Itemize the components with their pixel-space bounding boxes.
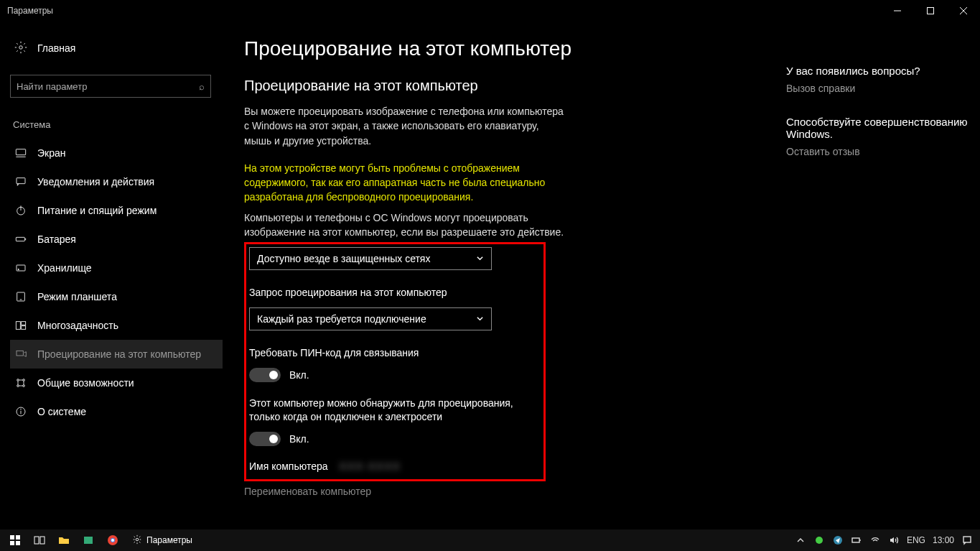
description: Вы можете проецировать изображение с тел…: [244, 104, 567, 148]
multitask-icon: [14, 320, 27, 331]
sidebar-item-label: Режим планшета: [37, 291, 117, 302]
plugged-label: Этот компьютер можно обнаружить для прое…: [249, 397, 536, 425]
svg-rect-5: [16, 149, 25, 155]
tray-telegram-icon[interactable]: [832, 534, 844, 546]
explorer-button[interactable]: [52, 529, 76, 551]
maximize-button[interactable]: [914, 0, 947, 22]
help-link[interactable]: Вызов справки: [786, 83, 973, 94]
sidebar-item-storage[interactable]: Хранилище: [10, 254, 223, 282]
tray-volume-icon[interactable]: [888, 534, 900, 546]
search-input-container[interactable]: ⌕: [10, 75, 211, 98]
ask-label: Запрос проецирования на этот компьютер: [249, 286, 536, 300]
search-input[interactable]: [17, 81, 199, 92]
taskbar: Параметры ENG 13:00: [0, 529, 980, 551]
sidebar-item-label: Питание и спящий режим: [37, 205, 157, 216]
svg-point-4: [19, 45, 23, 49]
section-title: Проецирование на этот компьютер: [244, 78, 772, 94]
titlebar: Параметры: [0, 0, 980, 22]
tray-chevron-up-icon[interactable]: [795, 534, 806, 546]
svg-rect-32: [16, 535, 20, 540]
taskbar-app-settings[interactable]: Параметры: [125, 529, 200, 551]
svg-rect-35: [34, 537, 39, 544]
taskbar-app-label: Параметры: [146, 535, 192, 545]
pin-label: Требовать ПИН-код для связывания: [249, 346, 536, 361]
battery-icon: [14, 233, 27, 245]
main-content: Проецирование на этот компьютер Проециро…: [223, 22, 786, 529]
tray-status-icon[interactable]: [813, 534, 825, 546]
sidebar-item-tablet[interactable]: Режим планшета: [10, 282, 223, 311]
tray-battery-icon[interactable]: [851, 534, 862, 546]
svg-rect-34: [16, 541, 20, 545]
tray-language[interactable]: ENG: [907, 535, 925, 545]
pc-name-label: Имя компьютера: [249, 460, 328, 472]
svg-rect-7: [17, 178, 25, 184]
sidebar-item-notifications[interactable]: Уведомления и действия: [10, 167, 223, 196]
minimize-button[interactable]: [881, 0, 914, 22]
sidebar-item-label: Экран: [37, 147, 66, 159]
sidebar-item-battery[interactable]: Батарея: [10, 225, 223, 254]
sidebar-item-multitask[interactable]: Многозадачность: [10, 311, 223, 340]
pin-toggle[interactable]: [249, 368, 281, 382]
project-icon: [14, 348, 27, 360]
page-title: Проецирование на этот компьютер: [244, 37, 772, 60]
sidebar-item-label: Проецирование на этот компьютер: [37, 348, 201, 360]
start-button[interactable]: [3, 529, 27, 551]
plugged-toggle-state: Вкл.: [289, 433, 309, 445]
svg-point-42: [816, 537, 823, 544]
svg-rect-36: [40, 537, 45, 544]
storage-icon: [14, 262, 27, 274]
svg-point-13: [18, 269, 19, 269]
svg-rect-16: [16, 322, 20, 330]
group-label: Система: [10, 119, 223, 130]
svg-rect-44: [852, 538, 859, 542]
svg-rect-37: [84, 537, 93, 544]
power-icon: [14, 205, 27, 216]
close-button[interactable]: [947, 0, 980, 22]
tray-action-center-icon[interactable]: [961, 534, 973, 546]
availability-dropdown[interactable]: Доступно везде в защищенных сетях: [249, 247, 492, 270]
sidebar-item-about[interactable]: О системе: [10, 397, 223, 426]
feedback-title: Способствуйте совершенствованию Windows.: [786, 116, 973, 140]
svg-rect-19: [17, 351, 23, 356]
titlebar-title: Параметры: [7, 6, 881, 16]
pin-toggle-state: Вкл.: [289, 369, 309, 381]
chat-icon: [14, 176, 27, 187]
svg-rect-31: [10, 535, 14, 540]
sidebar-item-label: Батарея: [37, 233, 76, 245]
sidebar-item-label: Многозадачность: [37, 320, 118, 331]
info-icon: [14, 406, 27, 417]
sidebar-item-display[interactable]: Экран: [10, 139, 223, 167]
chevron-down-icon: [476, 253, 484, 264]
svg-point-20: [17, 379, 19, 381]
svg-rect-12: [17, 265, 25, 271]
feedback-link[interactable]: Оставить отзыв: [786, 146, 973, 157]
right-column: У вас появились вопросы? Вызов справки С…: [786, 22, 980, 529]
taskview-button[interactable]: [27, 529, 52, 551]
chrome-button[interactable]: [101, 529, 125, 551]
rename-pc-link[interactable]: Переименовать компьютер: [244, 486, 772, 497]
svg-point-23: [23, 385, 25, 387]
gear-icon: [14, 41, 27, 56]
sidebar-item-shared[interactable]: Общие возможности: [10, 369, 223, 397]
sidebar-item-projecting[interactable]: Проецирование на этот компьютер: [10, 340, 223, 369]
tray-wifi-icon[interactable]: [869, 534, 881, 546]
shared-icon: [14, 377, 27, 389]
plugged-toggle[interactable]: [249, 432, 281, 446]
sidebar-item-label: О системе: [37, 406, 86, 417]
search-icon: ⌕: [199, 81, 205, 92]
app-button-1[interactable]: [76, 529, 101, 551]
svg-rect-33: [10, 541, 14, 545]
sidebar-item-label: Уведомления и действия: [37, 176, 154, 187]
svg-rect-1: [928, 8, 934, 14]
svg-point-40: [111, 539, 114, 542]
sidebar-item-power[interactable]: Питание и спящий режим: [10, 196, 223, 225]
sidebar: Главная ⌕ Система Экран Уведомления и де…: [0, 22, 223, 529]
ask-dropdown[interactable]: Каждый раз требуется подключение: [249, 307, 492, 330]
tablet-icon: [14, 291, 27, 302]
sidebar-item-label: Хранилище: [37, 262, 92, 274]
tray-clock[interactable]: 13:00: [933, 535, 954, 545]
svg-rect-17: [22, 322, 26, 325]
home-button[interactable]: Главная: [10, 34, 223, 62]
sidebar-item-label: Общие возможности: [37, 377, 134, 389]
svg-point-30: [21, 409, 22, 409]
